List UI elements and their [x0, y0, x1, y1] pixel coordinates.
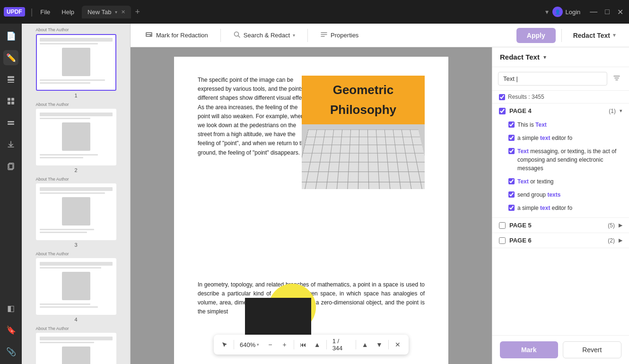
result-5-checkbox[interactable] [508, 191, 515, 198]
sidebar-item-redact[interactable] [3, 115, 18, 130]
close-nav-button[interactable]: ✕ [392, 338, 404, 351]
page-6-header[interactable]: PAGE 6 (2) ▶ [492, 233, 629, 248]
result-3-checkbox[interactable] [508, 148, 515, 154]
thumbnail-1[interactable]: About The Author 1 [26, 27, 126, 98]
page-4-arrow[interactable]: ▾ [620, 108, 622, 114]
page-4-checkbox[interactable] [499, 108, 506, 114]
login-avatar: 👤 [552, 7, 563, 17]
sidebar-item-copy[interactable] [3, 159, 18, 174]
thumb-img-1[interactable] [36, 34, 116, 91]
nav-up-button[interactable]: ▲ [359, 338, 371, 351]
page-5-header[interactable]: PAGE 5 (5) ▶ [492, 218, 629, 233]
nav-first-button[interactable]: ⏮ [297, 338, 309, 351]
apply-button[interactable]: Apply [516, 28, 556, 43]
mark-button[interactable]: Mark [500, 341, 558, 358]
redact-text-label: Redact Text [573, 32, 610, 39]
panel-dropdown-icon[interactable]: ▾ [543, 54, 546, 61]
properties-button[interactable]: Properties [314, 27, 365, 43]
tab-label: New Tab [87, 9, 111, 16]
content-wrapper: Mark for Redaction Search & Redact ▾ Pro… [131, 24, 629, 364]
tab-bar: New Tab ▾ ✕ + [82, 6, 541, 18]
menu-file[interactable]: File [36, 7, 54, 17]
thumbnail-4[interactable]: About The Author 4 [26, 251, 126, 322]
sidebar-item-layers[interactable]: ◧ [3, 301, 18, 316]
tab-add-button[interactable]: + [133, 7, 142, 17]
thumbnail-2[interactable]: About The Author 2 [26, 102, 126, 173]
page-6-count: (2) [608, 237, 615, 244]
zoom-in-button[interactable]: + [278, 338, 290, 351]
geo-grid [302, 130, 425, 189]
minimize-button[interactable]: — [588, 8, 599, 17]
sidebar-item-document[interactable]: 📄 [3, 28, 18, 43]
sidebar-item-edit[interactable]: ✏️ [3, 50, 18, 65]
result-item-3[interactable]: Text messaging, or texting, is the act o… [508, 146, 622, 174]
sidebar-icons: 📄 ✏️ ◧ 🔖 📎 [0, 24, 22, 364]
svg-rect-5 [8, 102, 10, 104]
app-logo[interactable]: UPDF [4, 7, 25, 17]
results-all-checkbox[interactable] [499, 94, 505, 100]
thumb-title-1: About The Author [36, 27, 116, 32]
toolbar: Mark for Redaction Search & Redact ▾ Pro… [131, 24, 629, 47]
zoom-dropdown-icon[interactable]: ▾ [257, 342, 259, 347]
result-item-2[interactable]: a simple text editor fo [508, 132, 622, 144]
search-redact-button[interactable]: Search & Redact ▾ [227, 27, 302, 43]
search-box [492, 67, 629, 91]
zoom-out-button[interactable]: − [264, 338, 276, 351]
result-4-checkbox[interactable] [508, 178, 515, 184]
thumb-img-5[interactable] [36, 333, 116, 364]
result-item-5[interactable]: send group texts [508, 189, 622, 200]
nav-down-button[interactable]: ▼ [373, 338, 385, 351]
toolbar-separator-2 [307, 29, 308, 42]
result-6-checkbox[interactable] [508, 205, 515, 211]
result-item-6[interactable]: a simple text editor fo [508, 202, 622, 214]
tab-dropdown-icon[interactable]: ▾ [115, 9, 117, 15]
close-button[interactable]: ✕ [615, 8, 625, 17]
sidebar-item-extract[interactable] [3, 137, 18, 152]
page-4-label: PAGE 4 [509, 107, 605, 114]
thumbnail-3[interactable]: About The Author 3 [26, 177, 126, 248]
svg-rect-8 [8, 123, 14, 125]
right-panel: Redact Text ▾ Results : 3455 [492, 47, 629, 364]
nav-prev-button[interactable]: ▲ [311, 338, 323, 351]
new-tab[interactable]: New Tab ▾ ✕ [82, 6, 131, 18]
maximize-button[interactable]: □ [603, 8, 612, 17]
redact-text-label-container[interactable]: Redact Text ▾ [568, 28, 621, 43]
main-container: 📄 ✏️ ◧ 🔖 📎 About The Author [0, 24, 629, 364]
expand-icon[interactable]: ▾ [545, 8, 549, 16]
page-6-checkbox[interactable] [499, 237, 506, 244]
sidebar-item-pages[interactable] [3, 72, 18, 87]
pdf-viewer[interactable]: Geometric Philosophy The specific point … [131, 47, 492, 364]
page-4-header[interactable]: PAGE 4 (1) ▾ [492, 104, 629, 118]
thumb-title-4: About The Author [36, 251, 116, 256]
sidebar-item-bookmark[interactable]: 🔖 [3, 322, 18, 338]
search-redact-dropdown-icon[interactable]: ▾ [293, 33, 295, 38]
page-5-arrow[interactable]: ▶ [619, 222, 622, 228]
result-item-4[interactable]: Text or texting [508, 176, 622, 187]
cursor-tool-button[interactable] [218, 338, 231, 351]
sidebar-item-grid[interactable] [3, 94, 18, 109]
result-6-highlight: text [540, 205, 550, 211]
results-summary: Results : 3455 [492, 91, 629, 104]
result-2-checkbox[interactable] [508, 135, 515, 141]
search-filter-button[interactable] [610, 72, 623, 85]
menu-help[interactable]: Help [58, 7, 78, 17]
page-6-arrow[interactable]: ▶ [619, 237, 622, 243]
thumb-img-3[interactable] [36, 183, 116, 240]
revert-button[interactable]: Revert [563, 341, 622, 358]
login-button[interactable]: 👤 Login [552, 7, 581, 17]
thumbnail-5[interactable]: About The Author [26, 326, 126, 364]
ctrl-sep-3 [326, 340, 327, 349]
mark-for-redaction-button[interactable]: Mark for Redaction [138, 26, 215, 44]
thumb-img-4[interactable] [36, 258, 116, 315]
tab-close-icon[interactable]: ✕ [121, 9, 125, 15]
thumb-num-3: 3 [74, 242, 77, 248]
result-item-1[interactable]: This is Text [508, 119, 622, 130]
thumb-img-2[interactable] [36, 109, 116, 165]
redact-text-dropdown[interactable]: ▾ [613, 32, 616, 38]
sidebar-item-attachment[interactable]: 📎 [3, 344, 18, 359]
search-redact-icon [233, 31, 241, 40]
page-total: 344 [332, 345, 343, 352]
result-1-checkbox[interactable] [508, 121, 515, 128]
search-input[interactable] [498, 72, 607, 86]
page-5-checkbox[interactable] [499, 222, 506, 229]
